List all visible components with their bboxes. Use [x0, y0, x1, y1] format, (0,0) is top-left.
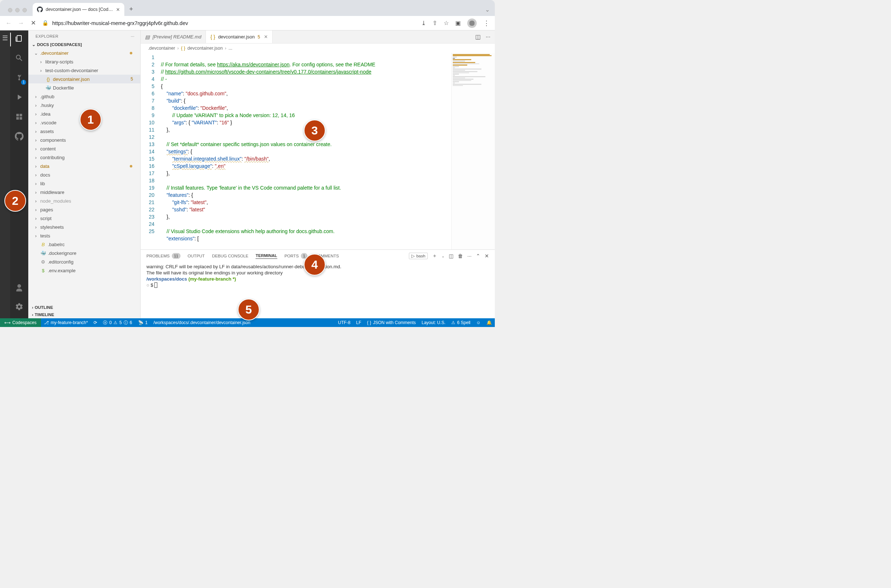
hamburger-icon[interactable]: ☰ [2, 34, 8, 42]
explorer-icon[interactable] [10, 34, 28, 45]
tree-item--editorconfig[interactable]: ⚙.editorconfig [28, 257, 140, 266]
code-editor[interactable]: 1234567891011121314151617181920212223242… [141, 53, 495, 249]
search-icon[interactable] [10, 54, 28, 64]
panel-tab-output[interactable]: OUTPUT [188, 254, 205, 258]
panel-tab-debug[interactable]: DEBUG CONSOLE [212, 254, 248, 258]
share-icon[interactable]: ⇧ [432, 20, 437, 27]
branch-indicator[interactable]: ⎇ my-feature-branch* [41, 318, 91, 327]
traffic-min[interactable] [15, 8, 20, 12]
breadcrumb[interactable]: .devcontainer › { } devcontainer.json › … [141, 44, 495, 53]
traffic-max[interactable] [22, 8, 27, 12]
remote-icon: ⟷ [4, 320, 10, 325]
github-activity-icon[interactable] [10, 132, 28, 143]
tree-item-lib[interactable]: ›lib [28, 179, 140, 188]
new-terminal-icon[interactable]: ＋ [432, 253, 437, 259]
tree-item-node-modules[interactable]: ›node_modules [28, 196, 140, 205]
terminal-selector[interactable]: ▷ bash [409, 253, 428, 259]
remote-indicator[interactable]: ⟷ Codespaces [0, 318, 41, 327]
panel-tab-ports[interactable]: PORTS 1 [285, 253, 308, 259]
warning-icon: ⚠ [114, 320, 117, 325]
sidepanel-icon[interactable]: ▣ [455, 20, 461, 27]
file-path-indicator[interactable]: /workspaces/docs/.devcontainer/devcontai… [150, 318, 254, 327]
layout-indicator[interactable]: Layout: U.S. [418, 320, 448, 325]
reload-button[interactable]: ✕ [30, 19, 37, 27]
tree-item-middleware[interactable]: ›middleware [28, 188, 140, 196]
split-terminal-icon[interactable]: ◫ [449, 253, 453, 259]
forward-button[interactable]: → [17, 20, 25, 27]
close-panel-icon[interactable]: ✕ [484, 253, 489, 259]
tree-item-tests[interactable]: ›tests [28, 231, 140, 240]
maximize-panel-icon[interactable]: ⌃ [476, 253, 480, 259]
editor-tab-readme[interactable]: ▤ [Preview] README.md [141, 30, 206, 43]
split-editor-icon[interactable]: ◫ [475, 33, 481, 40]
chevron-right-icon: › [33, 146, 38, 152]
code-content[interactable]: // For format details, see https://aka.m… [161, 53, 451, 249]
tree-item-label: tests [40, 233, 135, 238]
editor-tabs: ▤ [Preview] README.md { } devcontainer.j… [141, 30, 495, 44]
sync-icon: ⟳ [93, 320, 97, 325]
lock-icon: 🔒 [42, 20, 49, 26]
traffic-lights [4, 8, 33, 16]
run-debug-icon[interactable] [10, 93, 28, 104]
tree-item-dockerfile[interactable]: 🐳Dockerfile [28, 83, 140, 92]
new-tab-button[interactable]: + [124, 6, 138, 16]
kill-terminal-icon[interactable]: 🗑 [458, 253, 463, 259]
tree-item-script[interactable]: ›script [28, 214, 140, 223]
editor-tab-devcontainer[interactable]: { } devcontainer.json 5 ✕ [206, 30, 272, 43]
feedback-icon[interactable]: ☺ [473, 320, 483, 325]
tree-item-docs[interactable]: ›docs [28, 170, 140, 179]
tree-item-stylesheets[interactable]: ›stylesheets [28, 223, 140, 231]
tree-item--devcontainer[interactable]: ⌄.devcontainer [28, 49, 140, 57]
notifications-icon[interactable]: 🔔 [483, 320, 495, 325]
tree-item-content[interactable]: ›content [28, 144, 140, 153]
bookmark-icon[interactable]: ☆ [444, 20, 449, 27]
tab-close-icon[interactable]: ✕ [264, 34, 268, 39]
tree-item-test-custom-devcontainer[interactable]: ›test-custom-devcontainer [28, 66, 140, 75]
browser-tab-active[interactable]: devcontainer.json — docs [Cod… ✕ [33, 3, 124, 16]
sidebar-section-workspace[interactable]: ⌄ DOCS [CODESPACES] [28, 40, 140, 49]
encoding-indicator[interactable]: UTF-8 [335, 320, 353, 325]
panel-tab-problems[interactable]: PROBLEMS 11 [147, 253, 180, 259]
settings-gear-icon[interactable] [15, 302, 24, 313]
editor-more-icon[interactable]: ··· [486, 34, 490, 40]
tree-item-components[interactable]: ›components [28, 136, 140, 144]
spell-indicator[interactable]: ⚠ 6 Spell [448, 320, 473, 325]
back-button[interactable]: ← [5, 20, 12, 27]
chrome-menu-icon[interactable]: ⋮ [483, 19, 490, 27]
tree-item--husky[interactable]: ›.husky [28, 101, 140, 110]
panel-more-icon[interactable]: ··· [467, 253, 472, 259]
traffic-close[interactable] [8, 8, 12, 12]
url-input[interactable]: 🔒 https://hubwriter-musical-meme-grx7rgg… [42, 20, 416, 26]
tree-item--github[interactable]: ›.github [28, 92, 140, 101]
language-indicator[interactable]: { } JSON with Comments [364, 320, 418, 325]
profile-avatar[interactable] [467, 18, 477, 28]
install-icon[interactable]: ⤓ [421, 20, 426, 27]
sync-indicator[interactable]: ⟳ [91, 318, 100, 327]
source-control-icon[interactable]: 1 [10, 73, 28, 84]
tree-item-data[interactable]: ›data [28, 162, 140, 170]
terminal-dropdown-icon[interactable]: ⌄ [441, 254, 444, 258]
tree-item--env-example[interactable]: $.env.example [28, 266, 140, 275]
tab-overflow-icon[interactable]: ⌄ [480, 6, 495, 16]
sidebar-more-icon[interactable]: ··· [131, 34, 135, 38]
ports-indicator[interactable]: 📡1 [135, 318, 151, 327]
tree-item--babelrc[interactable]: B.babelrc [28, 240, 140, 249]
file-icon: ⚙ [40, 259, 46, 265]
tree-item--dockerignore[interactable]: 🐳.dockerignore [28, 249, 140, 257]
sidebar-section-outline[interactable]: › OUTLINE [28, 304, 140, 311]
tree-item-devcontainer-json[interactable]: {}devcontainer.json5 [28, 75, 140, 83]
panel-tab-terminal[interactable]: TERMINAL [255, 254, 277, 259]
extensions-icon[interactable] [10, 112, 28, 123]
tree-item-label: components [40, 137, 135, 143]
tree-item-library-scripts[interactable]: ›library-scripts [28, 57, 140, 66]
minimap[interactable] [451, 53, 495, 249]
tree-item-label: .devcontainer [40, 50, 128, 56]
tree-item-pages[interactable]: ›pages [28, 205, 140, 214]
account-icon[interactable] [15, 284, 24, 294]
tree-item-label: data [40, 164, 128, 169]
tree-item-contributing[interactable]: ›contributing [28, 153, 140, 162]
sidebar-section-timeline[interactable]: › TIMELINE [28, 311, 140, 318]
problems-indicator[interactable]: ⓧ0 ⚠5 ⓘ6 [100, 318, 135, 327]
tab-close-icon[interactable]: ✕ [116, 7, 120, 12]
eol-indicator[interactable]: LF [353, 320, 364, 325]
